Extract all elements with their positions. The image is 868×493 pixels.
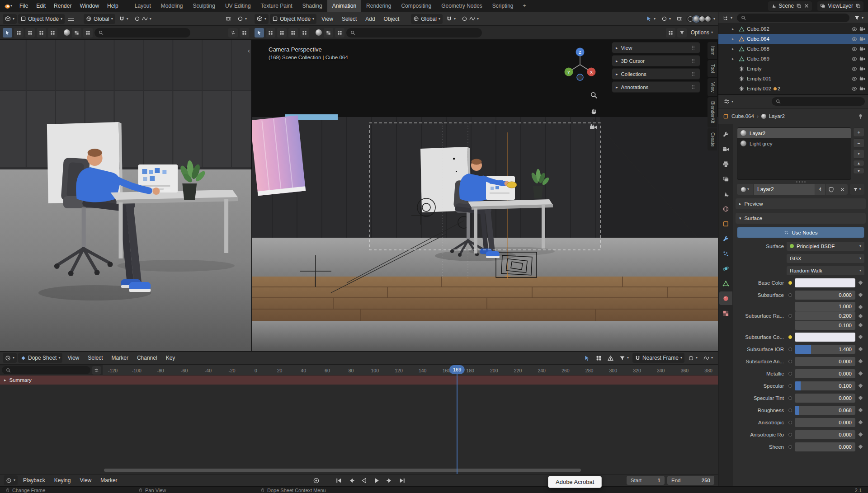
- subsurface-aniso-slider[interactable]: 0.000: [795, 357, 855, 366]
- subsurface-color-swatch[interactable]: [795, 333, 855, 342]
- viewport-right-canvas[interactable]: Camera Perspective (169) Scene Collectio…: [252, 40, 718, 351]
- channel-search[interactable]: [2, 366, 90, 374]
- viewlayer-selector[interactable]: ViewLayer: [817, 1, 863, 11]
- properties-search-input[interactable]: [783, 99, 861, 105]
- subsurface-ior-slider[interactable]: 1.400: [795, 345, 855, 354]
- dopesheet-menu[interactable]: Key: [162, 355, 179, 361]
- previous-keyframe-button[interactable]: [345, 475, 357, 485]
- workspace-tab[interactable]: UV Editing: [220, 0, 256, 12]
- surface-panel-header[interactable]: ▾Surface: [736, 213, 866, 224]
- navigation-gizmo[interactable]: Z Y X: [559, 44, 601, 85]
- anim-dot[interactable]: [788, 372, 792, 376]
- playback-menu[interactable]: Playback: [19, 477, 49, 484]
- add-slot-button[interactable]: ＋: [853, 127, 864, 137]
- expander-icon[interactable]: ▸: [732, 37, 736, 41]
- jump-to-start-button[interactable]: [333, 475, 344, 485]
- tool-search-input[interactable]: [106, 29, 186, 36]
- anim-dot[interactable]: [788, 384, 792, 388]
- disable-in-renders-icon[interactable]: [859, 26, 865, 32]
- material-shading-button[interactable]: [699, 16, 705, 22]
- shading-dropdown[interactable]: ▾: [235, 14, 249, 24]
- dopesheet-menu[interactable]: Channel: [133, 355, 161, 361]
- transform-orientation-dropdown[interactable]: Global▾: [84, 14, 115, 24]
- next-keyframe-button[interactable]: [383, 475, 395, 485]
- outliner-item[interactable]: ▸ Cube.064: [718, 34, 868, 44]
- expander-icon[interactable]: ▸: [732, 56, 736, 61]
- workspace-tab[interactable]: Geometry Nodes: [436, 0, 487, 12]
- editor-type-button[interactable]: ▾: [722, 97, 736, 107]
- workspace-tab[interactable]: Layout: [130, 0, 156, 12]
- roughness-slider[interactable]: 0.068: [795, 406, 855, 415]
- breadcrumb-material[interactable]: Layar2: [769, 113, 785, 119]
- filter-dropdown[interactable]: ▾: [617, 353, 631, 363]
- tool-preset-button[interactable]: [300, 28, 309, 38]
- anisotropic-slider[interactable]: 0.000: [795, 418, 855, 427]
- summary-channel[interactable]: ▸ Summary: [0, 376, 718, 385]
- anim-dot[interactable]: [788, 396, 792, 400]
- npanel-section-header[interactable]: ▸ Collections: [612, 68, 700, 80]
- workspace-tab[interactable]: Shading: [297, 0, 327, 12]
- use-nodes-button[interactable]: Use Nodes: [737, 227, 864, 238]
- fake-user-button[interactable]: [826, 184, 837, 195]
- remove-slot-button[interactable]: −: [853, 138, 864, 148]
- xray-toggle[interactable]: [223, 14, 234, 24]
- auto-keying-toggle[interactable]: [310, 475, 322, 485]
- outliner-item[interactable]: ▸ Cube.062: [718, 24, 868, 34]
- show-errors-toggle[interactable]: [605, 353, 616, 363]
- distribution-dropdown[interactable]: GGX▾: [787, 254, 864, 263]
- keyframe-decorator[interactable]: [858, 396, 863, 400]
- active-tool-button[interactable]: [255, 28, 264, 38]
- frame-start-field[interactable]: Start1: [627, 476, 665, 485]
- anim-dot[interactable]: [788, 408, 792, 412]
- material-slot[interactable]: Light grey: [737, 138, 851, 149]
- tab-modifiers[interactable]: [719, 232, 732, 245]
- invert-filter-button[interactable]: [92, 366, 101, 375]
- browse-material-button[interactable]: ▾: [737, 184, 753, 195]
- shading-options-caret[interactable]: ▾: [713, 17, 715, 21]
- disable-in-renders-icon[interactable]: [859, 86, 865, 92]
- dope-sheet-editor[interactable]: ▾ Dope Sheet▾ ViewSelectMarkerChannelKey…: [0, 351, 718, 474]
- keyframe-decorator[interactable]: [858, 420, 863, 425]
- tab-world[interactable]: [719, 202, 732, 216]
- hide-in-viewport-icon[interactable]: [851, 36, 857, 42]
- material-slot[interactable]: Layar2: [737, 128, 851, 138]
- disable-in-renders-icon[interactable]: [859, 46, 865, 52]
- options-dropdown[interactable]: Options▾: [689, 28, 715, 38]
- current-frame-badge[interactable]: 169: [449, 365, 465, 374]
- jump-to-end-button[interactable]: [396, 475, 408, 485]
- paint-option-button[interactable]: [83, 28, 93, 38]
- workspace-tab[interactable]: Modeling: [156, 0, 188, 12]
- keyframe-decorator[interactable]: [858, 347, 863, 352]
- keyframe-decorator[interactable]: [858, 359, 863, 364]
- specular-slider[interactable]: 0.100: [795, 381, 855, 390]
- topbar-menu[interactable]: Help: [103, 0, 123, 12]
- keyframe-decorator[interactable]: [858, 281, 863, 285]
- npanel-tab[interactable]: Tool: [708, 60, 717, 77]
- keyframe-decorator[interactable]: [858, 384, 863, 388]
- dopesheet-menu[interactable]: View: [64, 355, 83, 361]
- snapping-toggle[interactable]: ▾: [117, 14, 131, 24]
- workspace-tab[interactable]: Scripting: [487, 0, 519, 12]
- dopesheet-menu[interactable]: Select: [84, 355, 106, 361]
- proportional-editing-dropdown[interactable]: ▾: [686, 353, 700, 363]
- pan-hand-button[interactable]: [588, 105, 599, 116]
- subsurface-radius-z[interactable]: 0.100: [795, 321, 855, 330]
- preview-panel-header[interactable]: ▸Preview: [736, 198, 866, 209]
- anim-dot[interactable]: [788, 293, 792, 297]
- editor-type-button[interactable]: ▾: [4, 475, 18, 485]
- tab-material[interactable]: [719, 291, 732, 305]
- xray-toggle[interactable]: [675, 14, 685, 24]
- solid-shading-button[interactable]: [693, 16, 699, 22]
- unlink-material-button[interactable]: [837, 184, 848, 195]
- outliner-editor[interactable]: ▾ ▾ ▸ Cube.062 ▸ Cube.064 ▸: [718, 12, 868, 95]
- tab-texture[interactable]: [719, 306, 732, 320]
- paint-option-button[interactable]: [72, 28, 81, 38]
- snapping-toggle[interactable]: ▾: [444, 14, 458, 24]
- tool-preset-button[interactable]: [48, 28, 57, 38]
- topbar-menu[interactable]: Edit: [32, 0, 50, 12]
- collapsed-menus-button[interactable]: [66, 14, 76, 24]
- properties-editor[interactable]: ▾ Cube.064 › Layar2: [718, 95, 868, 486]
- material-preview-ball[interactable]: [316, 29, 322, 36]
- zoom-button[interactable]: [588, 89, 599, 100]
- tool-preset-button[interactable]: [288, 28, 298, 38]
